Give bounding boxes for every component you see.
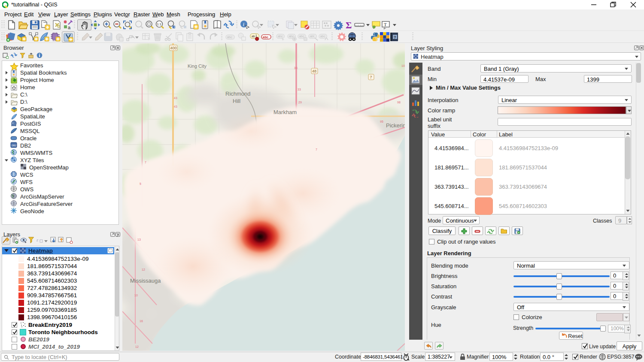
svg-text:King City: King City (188, 63, 207, 69)
svg-text:7: 7 (316, 148, 317, 151)
svg-text:D:\: D:\ (20, 99, 27, 105)
svg-text:DB2: DB2 (12, 144, 16, 147)
svg-text:Oracle: Oracle (20, 135, 36, 142)
svg-text:abc: abc (278, 34, 283, 38)
svg-text:Favorites: Favorites (20, 62, 43, 69)
svg-text:PostGIS: PostGIS (20, 121, 41, 127)
svg-text:Home: Home (20, 84, 35, 90)
svg-text:DB2: DB2 (20, 142, 31, 149)
svg-text:Spatial Bookmarks: Spatial Bookmarks (20, 69, 67, 76)
svg-text:16: 16 (140, 320, 143, 323)
svg-text:13: 13 (137, 238, 141, 241)
svg-text:400: 400 (170, 46, 176, 50)
svg-text:SpatiaLite: SpatiaLite (20, 113, 45, 120)
svg-text:10: 10 (134, 294, 138, 297)
svg-text:12: 12 (142, 268, 145, 271)
svg-text:i: i (243, 21, 245, 27)
svg-text:Markham: Markham (273, 109, 297, 115)
svg-text:ε: ε (36, 237, 39, 242)
svg-text:C:\: C:\ (20, 91, 27, 98)
svg-text:?: ? (394, 35, 396, 39)
svg-text:WMS/WMTS: WMS/WMTS (20, 150, 52, 156)
svg-text:Hill: Hill (233, 98, 240, 104)
svg-text:XYZ Tiles: XYZ Tiles (20, 157, 44, 163)
svg-text:Σ: Σ (346, 20, 352, 30)
svg-text:GeoPackage: GeoPackage (20, 106, 52, 112)
svg-text:MSSQL: MSSQL (20, 128, 40, 134)
svg-text:7: 7 (145, 161, 146, 164)
svg-text:5: 5 (140, 182, 141, 185)
svg-text:OWS: OWS (20, 186, 33, 193)
svg-text:abc: abc (227, 35, 232, 39)
svg-text:ArcGisMapServer: ArcGisMapServer (20, 193, 64, 200)
svg-text:GeoNode: GeoNode (20, 208, 44, 214)
svg-text:Project Home: Project Home (20, 77, 54, 83)
svg-text:ab: ab (252, 34, 255, 38)
svg-text:abc: abc (299, 34, 304, 38)
svg-text:43: 43 (174, 105, 177, 108)
svg-text:7: 7 (370, 75, 372, 79)
svg-text:1:1: 1:1 (157, 22, 161, 26)
svg-text:WFS: WFS (20, 179, 33, 185)
svg-text:Richmond: Richmond (225, 90, 251, 97)
svg-text:abc: abc (320, 34, 325, 38)
svg-text:48: 48 (312, 69, 316, 73)
svg-text:105: 105 (401, 64, 405, 67)
svg-text:T: T (384, 22, 387, 27)
svg-text:ArcGisFeatureServer: ArcGisFeatureServer (20, 201, 73, 207)
svg-text:a: a (68, 25, 71, 30)
svg-text:95: 95 (380, 120, 383, 123)
svg-text:33: 33 (294, 66, 298, 69)
svg-text:98: 98 (397, 101, 401, 104)
svg-text:12: 12 (135, 345, 139, 348)
svg-text:OpenStreetMap: OpenStreetMap (29, 164, 69, 171)
svg-text:abl: abl (310, 34, 314, 38)
svg-text:WCS: WCS (20, 172, 33, 178)
svg-text:Pickering: Pickering (386, 122, 405, 129)
svg-text:abc: abc (263, 35, 269, 39)
svg-text:33: 33 (298, 88, 301, 91)
svg-text:Mississauga: Mississauga (130, 278, 161, 284)
svg-text:29: 29 (298, 101, 302, 104)
svg-text:43: 43 (174, 97, 177, 100)
